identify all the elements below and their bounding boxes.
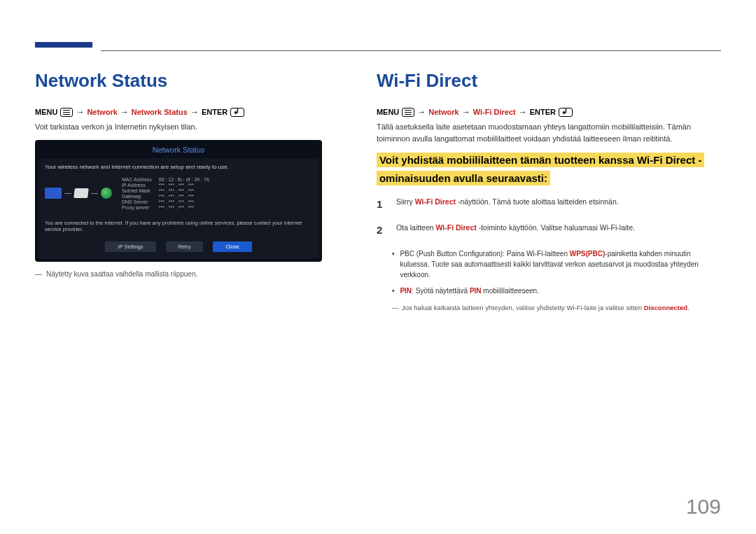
step1-red: Wi-Fi Direct	[415, 197, 456, 206]
diagram-line	[91, 193, 98, 194]
path-network-status: Network Status	[132, 108, 188, 116]
value-subnet: *** . *** . *** . ***	[159, 188, 209, 193]
menu-label: MENU	[35, 108, 57, 116]
left-title: Network Status	[35, 70, 335, 92]
highlight-heading: Voit yhdistää mobiililaitteen tämän tuot…	[377, 151, 721, 187]
arrow-icon: →	[417, 107, 426, 117]
step2-post: -toiminto käyttöön. Valitse haluamasi Wi…	[477, 223, 635, 232]
ip-settings-button[interactable]: IP Settings	[105, 241, 155, 252]
menu-icon	[60, 108, 73, 117]
right-note: Jos haluat katkaista laitteen yhteyden, …	[392, 303, 721, 312]
label-ip: IP Address	[122, 183, 152, 188]
note2-post: .	[687, 304, 690, 311]
step1-pre: Siirry	[396, 197, 415, 206]
menu-label: MENU	[377, 108, 399, 116]
bullet-pin: PIN: Syötä näytettävä PIN mobiililaittee…	[392, 286, 721, 296]
menu-icon	[402, 108, 414, 117]
note2-pre: Jos haluat katkaista laitteen yhteyden, …	[402, 304, 644, 311]
shot-diagram: MAC Address IP Address Subnet Mask Gatew…	[45, 177, 312, 210]
value-ip: *** . *** . *** . ***	[159, 183, 209, 188]
value-dns: *** . *** . *** . ***	[159, 199, 209, 204]
device-icon	[45, 188, 62, 199]
step1-post: -näyttöön. Tämä tuote aloittaa laitteide…	[456, 197, 619, 206]
path-network: Network	[87, 108, 117, 116]
value-gateway: *** . *** . *** . ***	[159, 194, 209, 199]
right-column: Wi-Fi Direct MENU → Network → Wi-Fi Dire…	[377, 70, 721, 312]
enter-label: ENTER	[530, 108, 556, 116]
diagram-line	[64, 193, 71, 194]
right-desc: Tällä asetuksella laite asetetaan muodos…	[377, 121, 721, 144]
globe-icon	[101, 188, 112, 199]
value-mac: 00 : 12 : fb : df : 29 : 76	[159, 177, 209, 182]
arrow-icon: →	[190, 107, 199, 117]
enter-label: ENTER	[202, 108, 227, 116]
shot-msg1: Your wireless network and Internet conne…	[45, 164, 312, 170]
bullet1-red: WPS(PBC)	[570, 250, 606, 258]
path-network: Network	[428, 108, 458, 116]
network-status-screenshot: Network Status Your wireless network and…	[35, 140, 322, 262]
label-mac: MAC Address	[122, 177, 152, 182]
bullet-pbc: PBC (Push Button Configuration): Paina W…	[392, 248, 721, 280]
note2-red: Disconnected	[644, 304, 687, 311]
step-num-1: 1	[377, 197, 386, 211]
step2-pre: Ota laitteen	[396, 223, 436, 232]
right-title: Wi-Fi Direct	[377, 70, 721, 92]
accent-bar	[35, 42, 92, 48]
enter-icon	[230, 108, 244, 117]
page-number: 109	[686, 495, 721, 519]
left-desc: Voit tarkistaa verkon ja Internetin nyky…	[35, 121, 335, 133]
arrow-icon: →	[519, 107, 527, 117]
arrow-icon: →	[462, 107, 470, 117]
label-proxy: Proxy server	[122, 205, 152, 210]
close-button[interactable]: Close	[213, 241, 251, 252]
bullet2-mid: : Syötä näytettävä	[412, 287, 470, 295]
shot-title: Network Status	[38, 143, 319, 158]
label-subnet: Subnet Mask	[122, 188, 152, 193]
left-column: Network Status MENU → Network → Network …	[35, 70, 335, 312]
top-rule	[101, 50, 721, 51]
bullet2-red2: PIN	[470, 287, 482, 295]
router-icon	[74, 188, 88, 198]
label-dns: DNS Server	[122, 199, 152, 204]
info-table: MAC Address IP Address Subnet Mask Gatew…	[122, 177, 209, 210]
retry-button[interactable]: Retry	[166, 241, 204, 252]
left-note: Näytetty kuva saattaa vaihdella mallista…	[35, 270, 335, 278]
bullet2-red1: PIN	[400, 287, 412, 295]
enter-icon	[559, 108, 573, 117]
step2-red: Wi-Fi Direct	[436, 223, 477, 232]
step-2: 2 Ota laitteen Wi-Fi Direct -toiminto kä…	[377, 223, 721, 237]
value-proxy: *** . *** . *** . ***	[159, 205, 209, 210]
step-num-2: 2	[377, 223, 386, 237]
right-path: MENU → Network → Wi-Fi Direct → ENTER	[377, 107, 721, 117]
highlight-text: Voit yhdistää mobiililaitteen tämän tuot…	[377, 153, 705, 185]
step-1: 1 Siirry Wi-Fi Direct -näyttöön. Tämä tu…	[377, 197, 721, 211]
bullet1-pre: PBC (Push Button Configuration): Paina W…	[400, 250, 569, 258]
shot-msg2: You are connected to the Internet. If yo…	[45, 220, 312, 234]
arrow-icon: →	[120, 107, 129, 117]
label-gateway: Gateway	[122, 194, 152, 199]
bullet2-post: mobiililaitteeseen.	[482, 287, 539, 295]
path-wifi-direct: Wi-Fi Direct	[473, 108, 516, 116]
arrow-icon: →	[76, 107, 84, 117]
left-path: MENU → Network → Network Status → ENTER	[35, 107, 335, 117]
